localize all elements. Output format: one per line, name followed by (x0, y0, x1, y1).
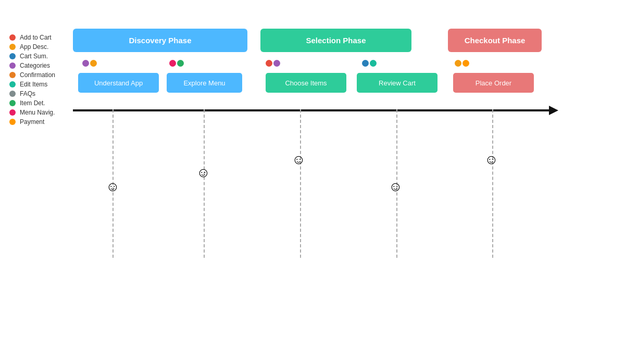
dashed-line (492, 109, 493, 258)
legend-item: Menu Navig. (9, 109, 55, 116)
dashed-line (204, 109, 205, 258)
dashed-line (300, 109, 301, 258)
phase-discovery: Discovery Phase (73, 29, 247, 52)
legend-dot (9, 72, 16, 78)
legend-label: Confirmation (20, 71, 55, 79)
legend-dot (9, 119, 16, 125)
legend-label: Edit Items (20, 81, 47, 88)
phase-checkout: Checkout Phase (448, 29, 542, 52)
legend-item: Confirmation (9, 71, 55, 79)
diagram: Discovery Phase Selection Phase Checkout… (73, 29, 615, 247)
dot (266, 60, 272, 67)
legend-dot (9, 100, 16, 106)
smiley-face: ☺ (484, 153, 498, 166)
legend-item: App Desc. (9, 43, 55, 51)
dot (82, 60, 89, 67)
subphase-choose: Choose Items (266, 73, 346, 93)
dots-row (73, 60, 615, 70)
legend-label: Categories (20, 62, 50, 69)
smiley-face: ☺ (292, 153, 306, 166)
subphase-review: Review Cart (357, 73, 438, 93)
legend-label: Cart Sum. (20, 53, 48, 60)
legend-label: App Desc. (20, 43, 48, 51)
legend-label: Item Det. (20, 99, 45, 107)
legend-dot (9, 53, 16, 59)
legend-label: Menu Navig. (20, 109, 55, 116)
legend-item: Item Det. (9, 99, 55, 107)
dot (463, 60, 469, 67)
dot-cluster (362, 60, 377, 67)
legend-item: Categories (9, 62, 55, 69)
legend-dot (9, 34, 16, 41)
timeline (73, 109, 552, 111)
dot-cluster (82, 60, 97, 67)
subphase-place: Place Order (453, 73, 534, 93)
dot-cluster (169, 60, 184, 67)
legend-dot (9, 81, 16, 87)
legend-dot (9, 91, 16, 97)
dot-cluster (455, 60, 469, 67)
smiley-face: ☺ (196, 166, 210, 179)
dot (169, 60, 176, 67)
legend-dot (9, 109, 16, 116)
legend-item: Cart Sum. (9, 53, 55, 60)
legend-item: Payment (9, 118, 55, 125)
subphase-explore: Explore Menu (167, 73, 242, 93)
legend-dot (9, 44, 16, 50)
legend-label: Payment (20, 118, 44, 125)
legend-dot (9, 62, 16, 69)
legend-label: FAQs (20, 90, 35, 97)
legend-item: Edit Items (9, 81, 55, 88)
smiley-face: ☺ (389, 180, 403, 193)
dot (370, 60, 377, 67)
dot (273, 60, 280, 67)
phase-selection: Selection Phase (260, 29, 411, 52)
legend: Add to CartApp Desc.Cart Sum.CategoriesC… (9, 34, 55, 125)
dot-cluster (266, 60, 280, 67)
legend-item: Add to Cart (9, 34, 55, 41)
legend-label: Add to Cart (20, 34, 52, 41)
subphase-understand: Understand App (78, 73, 159, 93)
dot (90, 60, 97, 67)
dot (455, 60, 461, 67)
legend-item: FAQs (9, 90, 55, 97)
smiley-face: ☺ (106, 180, 120, 193)
dot (177, 60, 184, 67)
dot (362, 60, 369, 67)
